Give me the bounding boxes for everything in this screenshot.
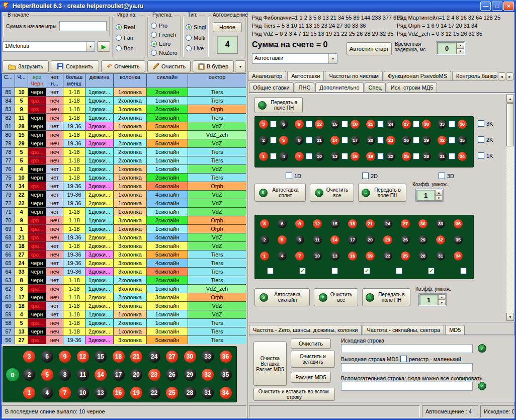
column-header-больш[interactable]: большменш xyxy=(63,74,85,88)
spin-row[interactable]: 6524чернчет19-362дюжи...3колонка4сиклайн… xyxy=(2,259,246,268)
sixline-number-26[interactable]: 26 xyxy=(401,235,410,244)
tab-Спец[interactable]: Спец xyxy=(365,82,386,92)
tab-Частота - Zero, шансы, дюжины, колонки[interactable]: Частота - Zero, шансы, дюжины, колонки xyxy=(249,325,362,334)
board-number-28[interactable]: 28 xyxy=(184,387,196,399)
split-number-23[interactable]: 23 xyxy=(386,136,395,145)
column-header-крз[interactable]: крзЧерн xyxy=(28,74,46,88)
new-button[interactable]: Новое xyxy=(213,22,242,32)
board-number-16[interactable]: 16 xyxy=(113,387,125,399)
radio-option-French[interactable]: French xyxy=(151,30,178,39)
spin-row[interactable]: 8015черннеч1-182дюжи...3колонка3сиклайнV… xyxy=(2,131,246,139)
radio-option-Bon[interactable]: Bon xyxy=(116,43,135,53)
transfer-pn-sixline-button[interactable]: → Передать в поле ПН xyxy=(362,288,410,306)
board-number-34[interactable]: 34 xyxy=(220,387,232,399)
spin-row[interactable]: 6018кра...чет1-182дюжи...3колонка3сиклай… xyxy=(2,302,246,310)
scroll-thumb[interactable] xyxy=(506,103,514,146)
checkbox-1D[interactable] xyxy=(286,173,292,179)
radio-option-Fan[interactable]: Fan xyxy=(116,32,135,43)
save-button[interactable]: Сохранить xyxy=(51,60,99,72)
board-number-13[interactable]: 13 xyxy=(95,387,107,399)
sixline-number-24[interactable]: 24 xyxy=(383,219,392,228)
md5-big-button[interactable]: Очистка Вставка Расчет MD5 xyxy=(253,342,287,386)
board-number-36[interactable]: 36 xyxy=(220,351,232,363)
sixline-number-9[interactable]: 9 xyxy=(295,219,304,228)
split-checkbox-26-29[interactable] xyxy=(413,137,419,143)
split-number-1[interactable]: 1 xyxy=(259,152,268,161)
sixline-number-3[interactable]: 3 xyxy=(260,219,269,228)
sixline-number-11[interactable]: 11 xyxy=(313,235,322,244)
radio-option-Euro[interactable]: Euro xyxy=(151,39,178,48)
split-number-30[interactable]: 30 xyxy=(422,120,431,129)
autobets-combo[interactable]: Автоставки ▼ xyxy=(252,53,337,64)
board-number-32[interactable]: 32 xyxy=(202,369,214,381)
radio-icon-Real[interactable] xyxy=(116,24,122,30)
tabs-scroll-left-button[interactable]: ◄ xyxy=(498,72,505,80)
to-buffer-button[interactable]: В буфер xyxy=(193,60,234,72)
board-number-35[interactable]: 35 xyxy=(220,369,232,381)
spin-row[interactable]: 714чернчет1-181дюжи...1колонка1сиклайнVd… xyxy=(2,208,246,216)
tab-Частота - сиклайны, сектора[interactable]: Частота - сиклайны, сектора xyxy=(363,325,444,334)
content-scrollbar[interactable]: ▲ ▼ xyxy=(506,94,514,321)
spin-row[interactable]: 7434кра...чет19-363дюжи...1колонка6сикла… xyxy=(2,182,246,191)
board-number-0[interactable]: 0 xyxy=(6,368,19,381)
spin-row[interactable]: 709кра...неч1-181дюжи...3колонка2сиклайн… xyxy=(2,216,246,225)
output-string-input[interactable] xyxy=(341,363,473,372)
tab-Исх. строки МД5[interactable]: Исх. строки МД5 xyxy=(387,82,438,92)
split-checkbox-9-12[interactable] xyxy=(306,121,312,127)
split-number-29[interactable]: 29 xyxy=(422,136,431,145)
split-number-21[interactable]: 21 xyxy=(366,120,375,129)
sixline-number-36[interactable]: 36 xyxy=(454,219,463,228)
board-number-5[interactable]: 5 xyxy=(41,369,53,381)
checkbox-2D[interactable] xyxy=(362,173,369,179)
split-number-28[interactable]: 28 xyxy=(422,152,431,161)
split-number-6[interactable]: 6 xyxy=(279,120,288,129)
spin-row[interactable]: 775кра...неч1-181дюжи...2колонка1сиклайн… xyxy=(2,156,246,165)
radio-icon-Singl[interactable] xyxy=(186,24,192,30)
board-number-30[interactable]: 30 xyxy=(184,351,196,363)
sixline-number-7[interactable]: 7 xyxy=(295,251,304,261)
spin-row[interactable]: 6821кра...неч19-362дюжи...3колонка4сикла… xyxy=(2,233,246,242)
spin-row[interactable]: 8211черннеч1-181дюжи...2колонка2сиклайнT… xyxy=(2,114,246,122)
sixline-number-10[interactable]: 10 xyxy=(313,251,322,261)
sixline-number-30[interactable]: 30 xyxy=(418,219,427,228)
spin-row[interactable]: 691кра...неч1-181дюжи...1колонка1сиклайн… xyxy=(2,225,246,233)
spin-row[interactable]: 785кра...неч1-181дюжи...2колонка1сиклайн… xyxy=(2,148,246,156)
board-number-3[interactable]: 3 xyxy=(23,351,35,363)
sixline-checkbox-3[interactable] xyxy=(331,268,338,274)
board-number-9[interactable]: 9 xyxy=(59,351,71,363)
sixline-number-1[interactable]: 1 xyxy=(260,251,269,261)
md5-clear-button[interactable]: Очистить xyxy=(291,339,331,349)
split-number-24[interactable]: 24 xyxy=(386,120,395,129)
board-number-2[interactable]: 2 xyxy=(23,369,35,381)
column-header-сектор[interactable]: сектор xyxy=(188,74,246,88)
spin-row[interactable]: 594чернчет1-181дюжи...1колонка1сиклайнVd… xyxy=(2,310,246,319)
sixline-number-28[interactable]: 28 xyxy=(418,251,427,261)
register-checkbox[interactable] xyxy=(400,356,407,362)
split-checkbox-15-18[interactable] xyxy=(341,121,348,127)
helper-string-input[interactable] xyxy=(341,382,473,391)
split-number-7[interactable]: 7 xyxy=(295,152,304,161)
column-header-чет[interactable]: четн... xyxy=(46,74,63,88)
board-number-1[interactable]: 1 xyxy=(23,387,35,399)
split-number-4[interactable]: 4 xyxy=(279,152,288,161)
split-number-26[interactable]: 26 xyxy=(402,136,411,145)
radio-icon-Multi[interactable] xyxy=(186,35,192,41)
split-number-36[interactable]: 36 xyxy=(458,120,467,129)
split-number-14[interactable]: 14 xyxy=(330,136,339,145)
split-checkbox-1-4[interactable] xyxy=(270,153,277,159)
board-number-21[interactable]: 21 xyxy=(130,351,142,363)
board-number-17[interactable]: 17 xyxy=(113,369,125,381)
autobet-sixline-button[interactable]: $ Автоставка сиклайн xyxy=(254,288,310,306)
split-checkbox-3-6[interactable] xyxy=(270,121,277,127)
board-number-26[interactable]: 26 xyxy=(166,369,178,381)
board-number-10[interactable]: 10 xyxy=(77,387,89,399)
spin-row[interactable]: 845кра...неч1-181дюжи...2колонка1сиклайн… xyxy=(2,97,246,105)
sixline-number-18[interactable]: 18 xyxy=(348,219,357,228)
column-header-дюжина[interactable]: дюжина xyxy=(85,74,114,88)
sixline-number-2[interactable]: 2 xyxy=(260,235,269,244)
split-number-27[interactable]: 27 xyxy=(402,120,411,129)
board-number-4[interactable]: 4 xyxy=(41,387,53,399)
tab-Частоты по числам[interactable]: Частоты по числам xyxy=(325,71,382,80)
radio-option-Pro[interactable]: Pro xyxy=(151,21,178,30)
board-number-14[interactable]: 14 xyxy=(95,369,107,381)
